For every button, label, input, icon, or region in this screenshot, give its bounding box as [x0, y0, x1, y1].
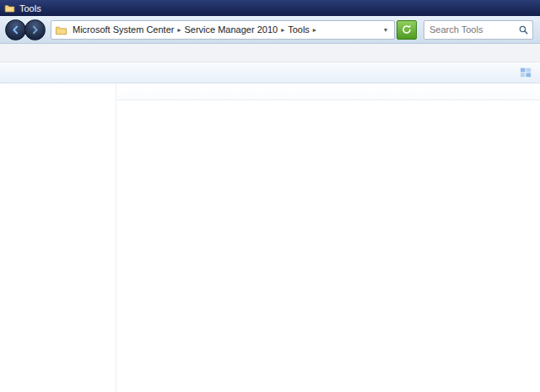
- search-input[interactable]: [428, 24, 518, 35]
- command-bar: [0, 62, 540, 83]
- forward-button[interactable]: [24, 19, 46, 40]
- views-button[interactable]: [518, 65, 533, 80]
- file-list-pane: [116, 83, 540, 392]
- menu-bar: [0, 44, 540, 62]
- navigation-pane: [0, 83, 116, 392]
- file-rows: [116, 100, 540, 392]
- window-title: Tools: [19, 3, 41, 13]
- content-area: [0, 83, 540, 392]
- breadcrumb: Microsoft System Center▸Service Manager …: [70, 24, 317, 35]
- search-icon: [518, 24, 529, 35]
- title-bar: Tools: [0, 0, 540, 16]
- navigation-bar: Microsoft System Center▸Service Manager …: [0, 16, 540, 44]
- refresh-button[interactable]: [397, 20, 417, 40]
- back-icon: [10, 24, 21, 35]
- address-bar[interactable]: Microsoft System Center▸Service Manager …: [51, 20, 395, 40]
- back-button[interactable]: [5, 19, 26, 40]
- explorer-window: Tools Microsoft System Center▸Service Ma…: [0, 0, 540, 392]
- breadcrumb-separator-icon: ▸: [312, 26, 317, 34]
- forward-icon: [30, 24, 40, 35]
- folder-icon: [55, 24, 68, 36]
- breadcrumb-item-service-manager-2010[interactable]: Service Manager 2010: [181, 24, 280, 35]
- breadcrumb-item-tools[interactable]: Tools: [285, 24, 312, 35]
- chevron-down-icon[interactable]: ▾: [381, 26, 391, 34]
- column-header-row: [116, 83, 540, 100]
- window-icon: [4, 3, 15, 13]
- search-box[interactable]: [424, 20, 533, 40]
- refresh-icon: [401, 24, 413, 35]
- breadcrumb-item-microsoft-system-center[interactable]: Microsoft System Center: [70, 24, 176, 35]
- views-icon: [520, 67, 532, 78]
